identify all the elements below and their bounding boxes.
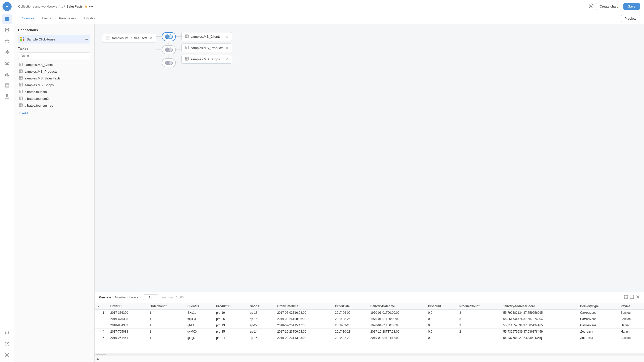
right-table-clients-close[interactable]: ✕ (225, 35, 228, 39)
svg-point-5 (5, 28, 9, 30)
content-area: Connections Sample ClickHouse ••• Tables (14, 24, 644, 362)
col-header-shopid: ShopID (247, 303, 274, 310)
svg-rect-20 (20, 39, 22, 41)
canvas-area: samples.MS_SalesFacts ✕ (95, 24, 644, 362)
right-table-shops[interactable]: samples.MS_Shops ✕ (181, 55, 232, 64)
create-chart-button[interactable]: Create chart (596, 3, 622, 10)
table-cell: 1970-01-01T00:00:00 (367, 316, 425, 322)
table-search-input[interactable] (18, 52, 90, 59)
table-cell: 2017-10-23T06:04:00 (274, 329, 332, 335)
table-item-tourism-rev[interactable]: bibattle.tourism_rev (18, 102, 90, 109)
table-cell: 2017-336390 (107, 310, 147, 316)
join-button-1[interactable] (162, 32, 176, 41)
table-item-salesfacts[interactable]: samples.MS_SalesFacts (18, 75, 90, 82)
breadcrumb-root[interactable]: Collections and workbooks (18, 5, 57, 8)
nav-icon-circles[interactable] (2, 58, 12, 68)
source-table-close-icon[interactable]: ✕ (149, 36, 152, 40)
nav-icon-star[interactable] (2, 36, 12, 46)
table-cell: 2019-08-26T08:36:00 (274, 316, 332, 322)
nav-icon-help[interactable] (2, 339, 12, 349)
table-cell: Банков (618, 310, 644, 316)
preview-button[interactable]: Preview (621, 15, 640, 22)
right-table-products[interactable]: samples.MS_Products ✕ (181, 43, 232, 52)
nav-icon-layers[interactable] (2, 80, 12, 90)
svg-rect-34 (19, 90, 22, 93)
favorite-star-icon[interactable]: ★ (84, 4, 88, 9)
rows-count-input[interactable] (143, 294, 158, 300)
svg-rect-31 (19, 83, 22, 86)
table-row: 22019-4763381mjJE3prd-36sp-152019-08-26T… (95, 316, 644, 322)
table-cell: Самовывоз (577, 322, 618, 329)
table-cell: Самовывоз (577, 310, 618, 316)
svg-rect-21 (23, 39, 24, 41)
table-item-tourism2[interactable]: bibattle.tourism2 (18, 95, 90, 102)
tab-fields[interactable]: Fields (38, 13, 55, 24)
max-label: maximum 1 000 (162, 296, 184, 299)
table-cell: sp-22 (247, 322, 274, 329)
table-item-tourism[interactable]: bibattle.tourism (18, 88, 90, 95)
source-table-box[interactable]: samples.MS_SalesFacts ✕ (102, 34, 156, 42)
nav-icon-flask[interactable] (2, 92, 12, 102)
right-table-clients[interactable]: samples.MS_Clients ✕ (181, 32, 232, 41)
nav-icon-database[interactable] (2, 25, 12, 35)
nav-icon-bell[interactable] (2, 328, 12, 338)
play-button[interactable]: ▶ (97, 357, 99, 361)
preview-section: Preview Number of rows: maximum 1 000 (95, 292, 644, 362)
settings-gear-button[interactable] (588, 3, 594, 10)
svg-rect-4 (7, 19, 9, 21)
right-table-shops-icon (185, 57, 189, 61)
right-table-shops-close[interactable]: ✕ (225, 57, 228, 61)
tab-filtration[interactable]: Filtration (80, 13, 101, 24)
svg-rect-22 (19, 63, 22, 66)
svg-rect-25 (19, 70, 22, 73)
col-header-deliverytype: DeliveryType (577, 303, 618, 310)
right-table-products-icon (185, 46, 189, 50)
col-header-clientid: ClientID (184, 303, 213, 310)
add-table-link[interactable]: + Add (18, 111, 90, 115)
tab-bar: Sources Fields Parameters Filtration Pre… (14, 13, 644, 24)
table-cell: 2018-804353 (107, 322, 147, 329)
horizontal-scrollbar[interactable] (95, 353, 644, 356)
table-cell: 4 (95, 329, 107, 335)
col-header-productid: ProductID (213, 303, 247, 310)
tab-sources[interactable]: Sources (18, 13, 38, 24)
app-logo[interactable] (3, 2, 12, 11)
right-table-products-close[interactable]: ✕ (225, 46, 228, 50)
join-canvas: samples.MS_SalesFacts ✕ (95, 24, 644, 292)
table-name: samples.MS_Clients (25, 63, 55, 67)
table-item-shops[interactable]: samples.MS_Shops (18, 82, 90, 88)
collapse-icon-button[interactable] (630, 295, 634, 300)
nav-icon-grid[interactable] (2, 14, 12, 24)
nav-icon-barchart[interactable] (2, 69, 12, 79)
breadcrumb-current: SalesFacts (66, 5, 83, 8)
table-name: bibattle.tourism2 (25, 97, 49, 101)
table-cell: Банков (618, 335, 644, 341)
svg-rect-59 (185, 57, 188, 60)
svg-rect-40 (19, 104, 22, 107)
join-button-3[interactable] (162, 58, 176, 67)
table-cell: 2019-08-26 (332, 316, 368, 322)
expand-icon-button[interactable] (624, 295, 628, 300)
scrollbar-thumb[interactable] (96, 354, 106, 355)
table-cell: 2019-02-23 (332, 335, 368, 341)
nav-icon-settings[interactable] (2, 350, 12, 360)
preview-title: Preview (99, 295, 111, 299)
join-button-2[interactable] (162, 45, 176, 54)
more-options-icon[interactable]: ••• (89, 4, 93, 9)
save-button[interactable]: Save (623, 3, 640, 10)
sidebar: Connections Sample ClickHouse ••• Tables (14, 24, 95, 362)
connection-item[interactable]: Sample ClickHouse ••• (18, 35, 90, 43)
col-header-num: # (95, 303, 107, 310)
tables-title: Tables (18, 47, 90, 50)
tab-parameters[interactable]: Parameters (55, 13, 80, 24)
nav-icon-lightning[interactable] (2, 47, 12, 57)
table-item-clients[interactable]: samples.MS_Clients (18, 61, 90, 68)
table-cell: 0.0 (425, 310, 456, 316)
table-cell: 2019-476338 (107, 316, 147, 322)
table-cell: sp-14 (247, 329, 274, 335)
table-item-products[interactable]: samples.MS_Products (18, 68, 90, 75)
table-cell: 1 (95, 310, 107, 316)
close-preview-button[interactable] (636, 295, 640, 300)
table-cell: 3 (456, 322, 499, 329)
connection-more-icon[interactable]: ••• (85, 37, 88, 41)
